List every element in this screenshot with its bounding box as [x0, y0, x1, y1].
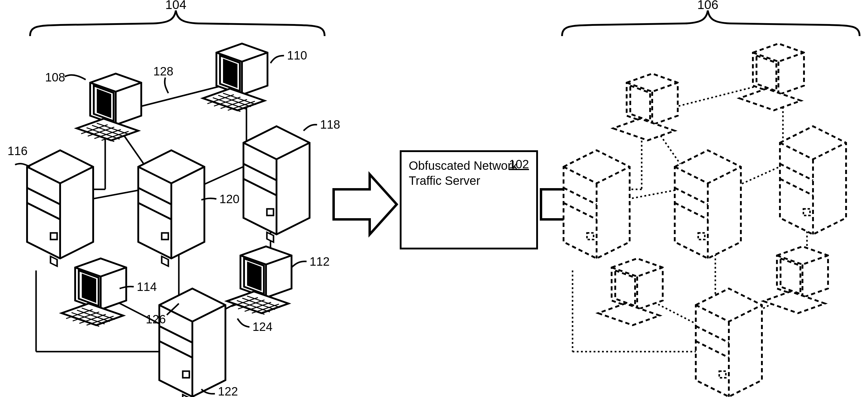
diagram-stage: { "groups": { "left": { "label": "104" }… [0, 0, 868, 397]
label-116: 116 [7, 144, 28, 158]
brace-left [30, 10, 324, 36]
node-112 [227, 246, 291, 314]
label-114: 114 [137, 280, 157, 294]
node-114 [62, 258, 126, 326]
node-122 [159, 288, 225, 397]
node-116 [27, 150, 93, 266]
center-title-line1: Obfuscated Network [409, 159, 518, 172]
group-label-left: 104 [165, 0, 186, 12]
label-118: 118 [320, 118, 340, 131]
arrow-left [334, 174, 397, 235]
label-126: 126 [146, 312, 166, 326]
center-title-line2: Traffic Server [409, 174, 480, 187]
label-120: 120 [219, 192, 240, 206]
node-118 [243, 126, 310, 242]
node-110 [203, 43, 268, 112]
left-nodes [27, 43, 310, 397]
center-box: Obfuscated Network Traffic Server 102 [400, 150, 538, 249]
label-112: 112 [310, 255, 330, 268]
brace-right [562, 10, 860, 36]
label-128: 128 [153, 65, 174, 78]
label-108: 108 [45, 71, 65, 84]
right-nodes [563, 43, 846, 397]
label-122: 122 [218, 385, 238, 397]
group-label-right: 106 [697, 0, 718, 12]
label-110: 110 [287, 49, 307, 62]
node-120 [138, 150, 205, 266]
center-ref: 102 [509, 157, 529, 171]
node-108 [76, 73, 141, 142]
label-124: 124 [252, 320, 273, 334]
